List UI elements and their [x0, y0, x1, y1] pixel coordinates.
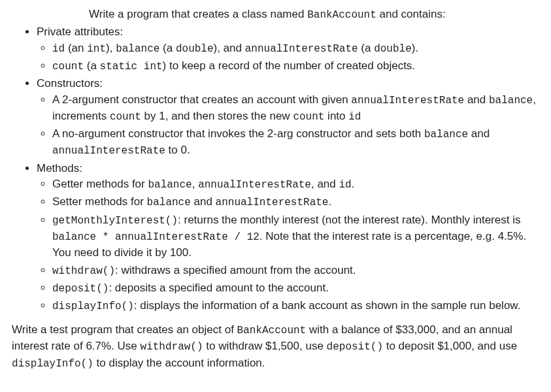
- code-annualinterestrate: annualInterestRate: [198, 179, 311, 191]
- code-id: id: [339, 179, 352, 191]
- code-int: int: [87, 43, 106, 55]
- code-getmonthlyinterest: getMonthlyInterest(): [52, 215, 178, 227]
- section-title: Methods:: [37, 162, 82, 174]
- method-monthlyinterest: getMonthlyInterest(): returns the monthl…: [52, 212, 539, 261]
- code-id: id: [52, 43, 65, 55]
- text: A 2-argument constructor that creates an…: [52, 93, 351, 106]
- intro-paragraph: Write a program that creates a class nam…: [89, 7, 539, 23]
- code-annualinterestrate: annualInterestRate: [245, 43, 358, 55]
- constructor-line-2: A no-argument constructor that invokes t…: [52, 126, 539, 159]
- attr-line-2: count (a static int) to keep a record of…: [52, 58, 539, 74]
- method-getters: Getter methods for balance, annualIntere…: [52, 176, 539, 193]
- text: ,: [192, 178, 198, 190]
- text: (a: [84, 59, 100, 72]
- text: to withdraw $1,500, use: [203, 340, 327, 352]
- section-constructors: Constructors: A 2-argument constructor t…: [37, 76, 539, 159]
- code-count: count: [293, 111, 324, 123]
- text: : deposits a specified amount to the acc…: [109, 282, 328, 294]
- section-methods: Methods: Getter methods for balance, ann…: [37, 161, 539, 315]
- text: to display the account information.: [93, 357, 265, 369]
- text: : withdraws a specified amount from the …: [115, 264, 356, 276]
- text: .: [352, 178, 355, 190]
- text: to 0.: [165, 144, 190, 156]
- text: ).: [412, 42, 418, 54]
- text: (a: [358, 42, 375, 54]
- method-displayinfo: displayInfo(): displays the information …: [52, 298, 539, 314]
- method-setters: Setter methods for balance and annualInt…: [52, 194, 539, 210]
- text: and: [464, 93, 489, 106]
- text: into: [324, 110, 348, 122]
- method-deposit: deposit(): deposits a specified amount t…: [52, 280, 539, 297]
- code-annualinterestrate: annualInterestRate: [351, 95, 464, 106]
- section-title: Constructors:: [37, 77, 103, 90]
- text: Write a test program that creates an obj…: [12, 323, 237, 336]
- code-deposit: deposit(): [52, 283, 109, 295]
- main-list: Private attributes: id (an int), balance…: [37, 24, 539, 314]
- code-id: id: [348, 111, 361, 123]
- intro-text-end: and contains:: [376, 8, 446, 20]
- text: (a: [159, 42, 176, 54]
- code-withdraw: withdraw(): [141, 341, 203, 353]
- text: Getter methods for: [52, 178, 148, 190]
- code-double: double: [176, 43, 214, 55]
- method-withdraw: withdraw(): withdraws a specified amount…: [52, 263, 539, 279]
- code-balance: balance: [116, 43, 159, 55]
- text: , and: [311, 178, 339, 190]
- code-count: count: [52, 61, 84, 73]
- code-displayinfo: displayInfo(): [12, 358, 93, 370]
- text: by 1, and then stores the new: [141, 110, 293, 122]
- code-bankaccount: BankAccount: [237, 325, 307, 336]
- sublist-constructors: A 2-argument constructor that creates an…: [52, 92, 539, 159]
- constructor-line-1: A 2-argument constructor that creates an…: [52, 92, 539, 125]
- text: ),: [106, 42, 116, 54]
- code-annualinterestrate: annualInterestRate: [216, 197, 329, 208]
- text: Setter methods for: [52, 195, 147, 208]
- sublist-attributes: id (an int), balance (a double), and ann…: [52, 41, 539, 74]
- text: A no-argument constructor that invokes t…: [52, 127, 424, 140]
- text: : returns the monthly interest (not the …: [178, 214, 520, 226]
- code-balance: balance: [424, 129, 468, 140]
- attr-line-1: id (an int), balance (a double), and ann…: [52, 41, 539, 57]
- code-classname: BankAccount: [307, 9, 376, 21]
- code-deposit: deposit(): [327, 341, 383, 353]
- code-double: double: [374, 43, 412, 55]
- final-paragraph: Write a test program that creates an obj…: [12, 322, 539, 372]
- code-balance: balance: [148, 179, 192, 191]
- intro-text: Write a program that creates a class nam…: [89, 8, 307, 20]
- section-title: Private attributes:: [37, 25, 123, 38]
- code-displayinfo: displayInfo(): [52, 301, 134, 312]
- text: : displays the information of a bank acc…: [134, 299, 521, 312]
- section-private-attributes: Private attributes: id (an int), balance…: [37, 24, 539, 74]
- text: (an: [65, 42, 87, 54]
- text: .: [328, 195, 331, 208]
- text: ), and: [214, 42, 245, 54]
- sublist-methods: Getter methods for balance, annualIntere…: [52, 176, 539, 314]
- text: and: [191, 195, 216, 208]
- code-count: count: [110, 111, 141, 123]
- code-balance: balance: [147, 197, 191, 208]
- text: to deposit $1,000, and use: [383, 340, 517, 352]
- code-staticint: static int: [100, 61, 163, 73]
- code-withdraw: withdraw(): [52, 265, 115, 277]
- code-annualinterestrate: annualInterestRate: [52, 145, 165, 157]
- text: and: [468, 127, 490, 140]
- code-balance: balance: [489, 95, 533, 106]
- code-formula: balance * annualInterestRate / 12: [52, 231, 259, 243]
- text: ) to keep a record of the number of crea…: [163, 59, 416, 72]
